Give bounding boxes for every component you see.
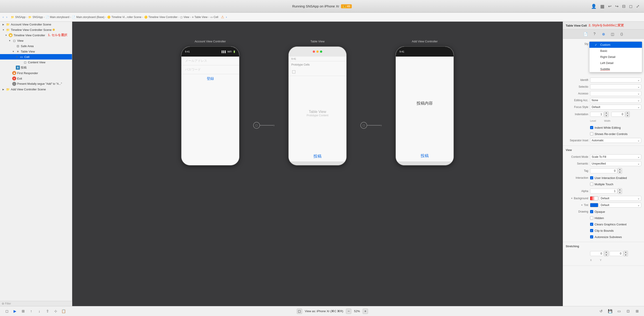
sidebar-item-table-view[interactable]: ▼ ≡ Table View xyxy=(0,49,72,54)
width-input[interactable]: 0 xyxy=(611,112,625,117)
sidebar-item-safe-area[interactable]: ⊡ Safe Area xyxy=(0,43,72,49)
breadcrumb-item-1[interactable]: 📁 SNSApp xyxy=(11,15,26,19)
sidebar-item-exit[interactable]: ✕ Exit xyxy=(0,76,72,81)
tag-increment[interactable]: ▲ xyxy=(618,168,622,171)
alpha-increment[interactable]: ▲ xyxy=(618,188,622,191)
opaque-checkbox[interactable]: ✓ xyxy=(590,210,593,213)
tint-select[interactable]: Default ⌄ xyxy=(599,203,641,208)
grid-icon[interactable]: ▦ xyxy=(600,3,604,9)
semantic-select[interactable]: Unspecified ⌄ xyxy=(590,161,641,166)
more-icon[interactable]: ⊞ xyxy=(634,308,640,315)
dropdown-option-subtitle[interactable]: Subtitle xyxy=(590,66,642,72)
breadcrumb-item-6[interactable]: 🟡 Timeline View Controller xyxy=(144,15,178,19)
profile-icon[interactable]: 👤 xyxy=(591,3,596,9)
breadcrumb-item-5[interactable]: 🟡 Timeline Vi...roller Scene xyxy=(107,15,142,19)
selection-select[interactable]: ⌄ xyxy=(590,84,641,89)
alpha-decrement[interactable]: ▼ xyxy=(618,191,622,194)
breadcrumb-item-4[interactable]: 📄 Main.storyboard (Base) xyxy=(72,15,104,19)
refresh-icon[interactable]: ↺ xyxy=(598,308,604,315)
hidden-checkbox[interactable] xyxy=(590,216,593,220)
grid-small-icon[interactable]: ⊞ xyxy=(20,308,26,315)
tag-input[interactable]: 0 xyxy=(590,168,617,173)
level-decrement[interactable]: ▼ xyxy=(604,114,608,117)
alpha-input[interactable]: 1 xyxy=(590,189,617,194)
zoom-in-btn[interactable]: + xyxy=(362,309,368,314)
sidebar-item-content-view[interactable]: ◻ Content View xyxy=(0,59,72,65)
dropdown-option-custom[interactable]: ✓ Custom xyxy=(590,42,642,48)
code-icon[interactable]: ⟨⟩ xyxy=(618,31,625,37)
x-input[interactable]: 0 xyxy=(590,251,604,256)
separator-inset-select[interactable]: Automatic ⌄ xyxy=(590,138,641,143)
dropdown-option-right-detail[interactable]: Right Detail xyxy=(590,54,642,60)
move-icon[interactable]: ⊹ xyxy=(52,308,59,315)
sidebar-item-label-post[interactable]: B 投稿 xyxy=(0,65,72,70)
sidebar-scene-account[interactable]: ▶ 📁 Account View Controller Scene xyxy=(0,22,72,27)
arrow-down-icon[interactable]: ↓ xyxy=(36,308,42,315)
breadcrumb-nav-right[interactable]: › xyxy=(226,15,227,19)
breadcrumb-item-7[interactable]: ◻ View xyxy=(180,15,189,19)
user-interaction-checkbox[interactable]: ✓ xyxy=(590,176,593,179)
y-decrement[interactable]: ▼ xyxy=(624,254,628,256)
split-view-icon[interactable]: ⊟ xyxy=(622,4,626,9)
zoom-out-btn[interactable]: − xyxy=(346,309,351,314)
sidebar-item-view[interactable]: ▼ ◻ View xyxy=(0,38,72,43)
layout-icon[interactable]: ⊡ xyxy=(625,308,631,315)
breadcrumb-item-9[interactable]: ▭ Cell xyxy=(210,15,218,19)
account-scene-label: Account View Controller xyxy=(194,40,226,43)
identifier-select[interactable]: ⌄ xyxy=(590,77,641,82)
breadcrumb-item-2[interactable]: 📁 SNSApp xyxy=(28,15,43,19)
reorder-checkbox[interactable] xyxy=(590,132,593,135)
doc-icon[interactable]: 📄 xyxy=(582,31,589,37)
focus-style-select[interactable]: Default ⌄ xyxy=(590,105,641,110)
clears-checkbox[interactable]: ✓ xyxy=(590,223,593,226)
dropdown-option-basic[interactable]: Basic xyxy=(590,48,642,54)
up-icon-2[interactable]: ⇧ xyxy=(44,308,50,315)
storyboard-icon-bottom[interactable]: 📋 xyxy=(60,308,67,315)
y-increment[interactable]: ▲ xyxy=(624,251,628,254)
arrow-up-icon[interactable]: ↑ xyxy=(28,308,34,315)
content-mode-select[interactable]: Scale To Fill ⌄ xyxy=(590,154,641,159)
tag-decrement[interactable]: ▼ xyxy=(618,171,622,174)
level-input[interactable]: 1 xyxy=(590,112,604,117)
layers-icon[interactable]: ⊛ xyxy=(600,31,607,37)
preview-icon[interactable]: ▭ xyxy=(616,308,622,315)
background-select[interactable]: Default ⌄ xyxy=(599,196,641,201)
breadcrumb-item-3[interactable]: 📄 Main.storyboard xyxy=(46,15,69,19)
nav-back-btn[interactable]: ‹ xyxy=(3,15,4,19)
width-decrement[interactable]: ▼ xyxy=(626,114,630,117)
forward-icon[interactable]: ↪ xyxy=(615,4,618,9)
sidebar-scene-add[interactable]: ▶ 📁 Add View Controller Scene xyxy=(0,86,72,92)
phone-frame-add: 9:41 投稿内容 投稿 xyxy=(395,46,454,166)
background-color-swatch[interactable] xyxy=(590,196,598,200)
question-icon[interactable]: ? xyxy=(592,31,598,37)
display-icon[interactable]: ◫ xyxy=(610,31,616,37)
clears-graphics-row: ✓ Clears Graphics Context xyxy=(563,221,644,227)
indent-editing-checkbox[interactable]: ✓ xyxy=(590,126,593,129)
sidebar-scene-timeline[interactable]: ▼ 📁 Timeline View Controller Scene xyxy=(0,27,72,32)
fullscreen-icon[interactable]: ⤢ xyxy=(636,4,640,9)
window-icon[interactable]: ◻ xyxy=(629,4,632,9)
clip-checkbox[interactable]: ✓ xyxy=(590,229,593,232)
back-icon[interactable]: ↩ xyxy=(608,4,612,9)
save-icon[interactable]: 💾 xyxy=(607,308,613,315)
play-icon[interactable]: ▶ xyxy=(12,308,18,315)
dropdown-option-left-detail[interactable]: Left Detail xyxy=(590,60,642,66)
zoom-fit-icon[interactable]: ◻ xyxy=(297,309,302,314)
level-increment[interactable]: ▲ xyxy=(604,112,608,114)
breadcrumb-item-8[interactable]: ≡ Table View xyxy=(192,15,208,19)
rect-icon[interactable]: ◻ xyxy=(4,308,10,315)
autoresize-checkbox[interactable]: ✓ xyxy=(590,235,593,239)
tint-color-swatch[interactable] xyxy=(590,203,598,207)
nav-forward-btn[interactable]: › xyxy=(6,15,7,19)
sidebar-item-cell[interactable]: ▼ ▭ Cell xyxy=(0,54,72,59)
sidebar-item-timeline-vc[interactable]: ▼ ◉ Timeline View Controller 1. セルを選択 xyxy=(0,32,72,38)
accessory-select[interactable]: ⌄ xyxy=(590,91,641,96)
sidebar-item-first-responder[interactable]: ◉ First Responder xyxy=(0,70,72,76)
sidebar-item-segue[interactable]: → Present Modally segue "Add" to "A..." xyxy=(0,81,72,86)
width-increment[interactable]: ▲ xyxy=(626,112,630,114)
multiple-touch-checkbox[interactable] xyxy=(590,183,593,186)
y-input[interactable]: 0 xyxy=(610,251,623,256)
editing-acc-select[interactable]: None ⌄ xyxy=(590,98,641,103)
x-increment[interactable]: ▲ xyxy=(604,251,608,254)
x-decrement[interactable]: ▼ xyxy=(604,254,608,256)
